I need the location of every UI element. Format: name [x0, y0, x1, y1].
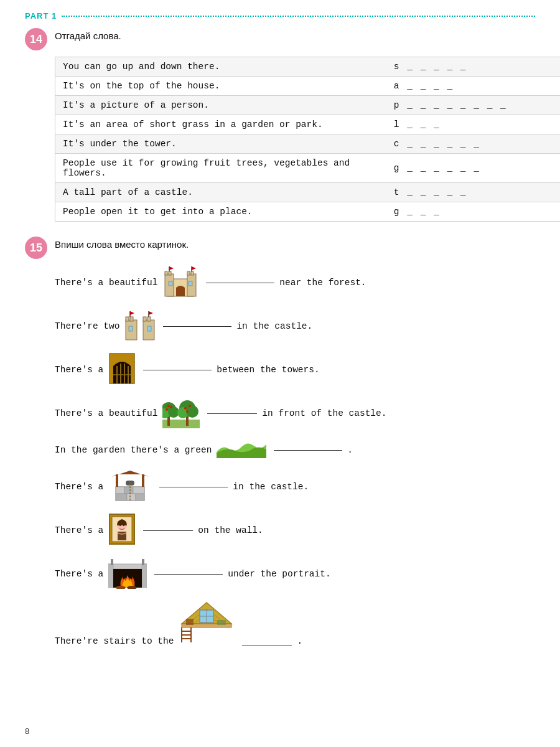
well-icon [108, 469, 152, 504]
answer-4: l _ _ _ [386, 115, 560, 134]
page-number: 8 [25, 726, 29, 736]
svg-rect-5 [187, 271, 190, 275]
sentence-7-after: on the wall. [198, 525, 263, 535]
sentence-8-before: There's a [55, 569, 103, 579]
sentence-7-blank[interactable] [143, 530, 193, 531]
castle-icon [162, 265, 198, 300]
sentence-5-before: In the garden there's a green [55, 445, 212, 455]
exercise-15-instruction: Впиши слова вместо картинок. [55, 235, 189, 250]
towers-icon [124, 309, 156, 344]
svg-point-63 [123, 525, 124, 526]
svg-rect-50 [116, 494, 127, 500]
sentence-3-blank[interactable] [143, 370, 212, 370]
part-title: PART 1 [25, 11, 57, 21]
sentence-9-blank[interactable] [242, 646, 292, 646]
garden-icon [162, 396, 200, 431]
exercise-14-instruction: Отгадай слова. [55, 27, 121, 41]
clue-7: A tall part of a castle. [55, 183, 386, 202]
sentence-3-after: between the towers. [217, 365, 319, 375]
sentence-2-before: There're two [55, 321, 119, 331]
clue-3: It's a picture of a person. [55, 96, 386, 115]
svg-rect-70 [111, 559, 113, 565]
answer-1: s _ _ _ _ _ [386, 57, 560, 77]
svg-rect-52 [136, 494, 144, 500]
svg-point-42 [167, 405, 170, 407]
svg-rect-15 [130, 317, 133, 321]
sentence-5: In the garden there's a green . [55, 439, 535, 461]
sentence-4-after: in front of the castle. [262, 408, 386, 418]
exercise-14-table: You can go up and down there. s _ _ _ _ … [55, 57, 560, 222]
svg-rect-48 [124, 487, 133, 494]
sentence-6: There's a [55, 469, 535, 504]
svg-rect-20 [147, 317, 151, 321]
attic-icon [179, 600, 235, 646]
table-row: A tall part of a castle. t _ _ _ _ _ [55, 183, 561, 202]
sentence-9: There're stairs to the [55, 600, 535, 646]
table-row: You can go up and down there. s _ _ _ _ … [55, 57, 561, 77]
svg-rect-11 [169, 281, 172, 286]
sentence-6-blank[interactable] [159, 487, 228, 487]
svg-rect-14 [126, 317, 129, 321]
table-row: It's under the tower. c _ _ _ _ _ _ [55, 134, 561, 154]
exercise-15-number: 15 [25, 237, 47, 259]
sentence-7-before: There's a [55, 525, 103, 535]
sentence-9-after: . [297, 636, 302, 646]
answer-7: t _ _ _ _ _ [386, 183, 560, 202]
clue-1: You can go up and down there. [55, 57, 386, 77]
lawn-icon [217, 439, 266, 461]
svg-point-44 [189, 405, 191, 407]
sentence-8-blank[interactable] [154, 574, 223, 575]
svg-rect-64 [108, 564, 147, 569]
sentence-4: There's a beautiful [55, 396, 535, 431]
clue-6: People use it for growing fruit trees, v… [55, 154, 386, 183]
sentence-1-before: There's a beautiful [55, 278, 157, 288]
sentence-4-before: There's a beautiful [55, 408, 157, 418]
svg-rect-19 [143, 317, 146, 321]
svg-rect-51 [127, 494, 136, 500]
table-row: It's a picture of a person. p _ _ _ _ _ … [55, 96, 561, 115]
clue-4: It's an area of short grass in a garden … [55, 115, 386, 134]
svg-point-45 [186, 410, 189, 413]
sentence-1-blank[interactable] [206, 283, 274, 283]
sentence-2-after: in the castle. [236, 321, 312, 331]
sentence-5-blank[interactable] [274, 450, 342, 451]
svg-marker-17 [130, 311, 134, 315]
sentence-1: There's a beautiful [55, 265, 535, 300]
sentence-8: There's a under the por [55, 557, 535, 591]
svg-point-62 [119, 525, 121, 526]
portrait-icon [108, 513, 136, 548]
exercise-15-sentences: There's a beautiful [55, 265, 535, 646]
table-row: It's on the top of the house. a _ _ _ _ [55, 77, 561, 96]
table-row: People open it to get into a place. g _ … [55, 202, 561, 222]
svg-rect-47 [116, 487, 124, 494]
svg-rect-24 [147, 326, 151, 331]
sentence-8-after: under the portrait. [228, 569, 330, 579]
svg-rect-83 [186, 619, 194, 625]
answer-6: g _ _ _ _ _ _ [386, 154, 560, 183]
svg-rect-2 [165, 271, 167, 275]
sentence-5-after: . [347, 445, 353, 455]
clue-5: It's under the tower. [55, 134, 386, 154]
svg-rect-23 [129, 326, 133, 331]
svg-rect-3 [169, 271, 171, 275]
svg-marker-10 [192, 266, 196, 270]
sentence-2-blank[interactable] [163, 326, 231, 327]
exercise-14-number: 14 [25, 28, 47, 50]
table-row: It's an area of short grass in a garden … [55, 115, 561, 134]
table-row: People use it for growing fruit trees, v… [55, 154, 561, 183]
sentence-4-blank[interactable] [207, 413, 257, 414]
exercise-14-header: 14 Отгадай слова. [25, 27, 535, 50]
svg-marker-22 [149, 311, 153, 315]
sentence-9-before: There're stairs to the [55, 636, 174, 646]
sentence-3-before: There's a [55, 365, 103, 375]
sentence-6-after: in the castle. [233, 482, 309, 492]
svg-point-41 [170, 406, 172, 408]
svg-point-40 [166, 408, 168, 411]
svg-point-43 [184, 407, 187, 410]
part-header: PART 1 [25, 11, 535, 21]
answer-5: c _ _ _ _ _ _ [386, 134, 560, 154]
answer-3: p _ _ _ _ _ _ _ _ [386, 96, 560, 115]
exercise-15-header: 15 Впиши слова вместо картинок. [25, 235, 535, 259]
sentence-3: There's a between the towers. [55, 352, 535, 387]
svg-rect-61 [118, 532, 126, 540]
